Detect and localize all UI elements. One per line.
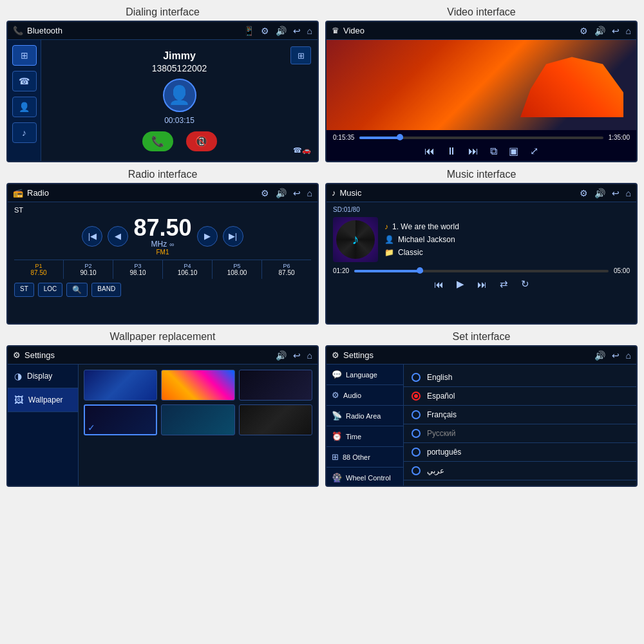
loc-btn[interactable]: LOC — [38, 283, 63, 297]
set-time-item[interactable]: ⏰ Time — [327, 426, 403, 447]
track-artist-row: 👤 Michael Jackson — [384, 235, 459, 244]
nav-music-btn[interactable]: ♪ — [12, 122, 37, 143]
lang-english[interactable]: English — [404, 368, 636, 387]
lang-espanol[interactable]: Español — [404, 387, 636, 406]
lang-espanol-radio — [412, 392, 421, 401]
freq-next-btn[interactable]: ▶ — [197, 226, 218, 247]
video-pause-btn[interactable]: ⏸ — [446, 146, 457, 157]
lang-arabic[interactable]: عربي — [404, 462, 636, 480]
set-audio-item[interactable]: ⚙ Audio — [327, 385, 403, 406]
preset-6[interactable]: P6 87.50 — [262, 260, 311, 279]
video-skip-fwd-btn[interactable]: ⏭ — [468, 146, 478, 157]
lang-portuguese[interactable]: português — [404, 443, 636, 462]
wallpaper-back-icon[interactable]: ↩ — [293, 350, 301, 361]
preset-3[interactable]: P3 98.10 — [113, 260, 163, 279]
music-next-btn[interactable]: ⏭ — [477, 279, 487, 290]
wallpaper-thumb-5[interactable] — [161, 404, 234, 435]
nav-grid-btn[interactable]: ⊞ — [12, 45, 37, 66]
set-other-item[interactable]: ⊞ 88 Other — [327, 447, 403, 468]
music-progress-bar[interactable] — [354, 270, 609, 272]
freq-number: 87.50 — [133, 216, 191, 240]
video-equalizer-icon[interactable]: ⚙ — [580, 26, 588, 36]
video-progress-bar[interactable] — [359, 137, 603, 139]
video-label: Video interface — [325, 6, 638, 18]
video-skip-back-btn[interactable]: ⏮ — [424, 146, 435, 157]
st-btn[interactable]: ST — [14, 283, 34, 297]
music-play-btn[interactable]: ▶ — [457, 278, 464, 290]
preset-1[interactable]: P1 87.50 — [14, 260, 64, 279]
vinyl-record: ♪ — [336, 220, 375, 259]
music-equalizer-icon[interactable]: ⚙ — [580, 188, 588, 198]
music-back-icon[interactable]: ↩ — [612, 188, 620, 198]
video-app-label: ♛ Video — [332, 26, 365, 35]
phone-icon: 📞 — [13, 26, 23, 35]
radio-back-icon[interactable]: ↩ — [293, 188, 301, 198]
set-app-label: ⚙ Settings — [332, 350, 374, 360]
other-icon: ⊞ — [332, 452, 339, 462]
set-main: English Español Français Русский — [404, 365, 636, 486]
end-call-btn[interactable]: 📵 — [186, 131, 217, 151]
set-home-icon[interactable]: ⌂ — [626, 350, 631, 361]
preset-2[interactable]: P2 90.10 — [64, 260, 113, 279]
radio-label: Radio interface — [6, 169, 319, 180]
wallpaper-home-icon[interactable]: ⌂ — [307, 350, 312, 361]
search-btn[interactable]: 🔍 — [66, 283, 88, 297]
set-language-item[interactable]: 💬 Language — [327, 365, 403, 385]
wallpaper-thumb-1[interactable] — [84, 370, 157, 401]
radio-equalizer-icon[interactable]: ⚙ — [261, 188, 269, 198]
music-shuffle-btn[interactable]: ⇄ — [500, 278, 508, 290]
wallpaper-app-label: ⚙ Settings — [13, 350, 55, 360]
radio-volume-icon[interactable]: 🔊 — [276, 188, 287, 198]
crown-icon: ♛ — [332, 26, 339, 35]
music-prev-btn[interactable]: ⏮ — [434, 279, 444, 290]
music-app-label: ♪ Music — [332, 188, 361, 198]
album-art: ♪ — [333, 217, 378, 262]
wallpaper-thumb-3[interactable] — [239, 370, 312, 401]
keypad-btn[interactable]: ⊞ — [290, 46, 311, 64]
radio-home-icon[interactable]: ⌂ — [307, 188, 312, 198]
music-progress-fill — [354, 270, 423, 272]
back-icon[interactable]: ↩ — [293, 26, 301, 36]
track-folder-icon: 📁 — [384, 248, 394, 257]
music-progress-row: 01:20 05:00 — [333, 267, 630, 274]
accept-call-btn[interactable]: 📞 — [142, 131, 173, 151]
home-icon[interactable]: ⌂ — [307, 26, 312, 36]
video-volume-icon[interactable]: 🔊 — [594, 26, 605, 36]
lang-russian[interactable]: Русский — [404, 424, 636, 443]
equalizer-icon[interactable]: ⚙ — [261, 26, 269, 36]
video-repeat-btn[interactable]: ⧉ — [490, 146, 497, 157]
music-repeat-btn[interactable]: ↻ — [521, 278, 529, 290]
radio-screen: 📻 Radio ⚙ 🔊 ↩ ⌂ ST |◀ ◀ 87.50 — [6, 183, 319, 325]
nav-phone-btn[interactable]: ☎ — [12, 71, 37, 91]
video-home-icon[interactable]: ⌂ — [626, 26, 631, 36]
video-screen-btn[interactable]: ⤢ — [530, 145, 538, 157]
set-wheel-item[interactable]: 🎡 Wheel Control — [327, 468, 403, 487]
band-btn[interactable]: BAND — [91, 283, 121, 297]
lang-francais[interactable]: Français — [404, 406, 636, 424]
music-screen: ♪ Music ⚙ 🔊 ↩ ⌂ SD:01/80 ♪ — [325, 183, 638, 325]
preset-5[interactable]: P5 108.00 — [213, 260, 262, 279]
set-volume-icon[interactable]: 🔊 — [594, 350, 605, 361]
wallpaper-thumb-6[interactable] — [239, 404, 312, 435]
freq-prev-prev-btn[interactable]: |◀ — [82, 226, 102, 247]
set-radio-area-item[interactable]: 📡 Radio Area — [327, 406, 403, 426]
wallpaper-thumb-4[interactable]: ✓ — [84, 404, 157, 435]
call-icon[interactable]: 📱 — [243, 26, 254, 36]
display-menu-item[interactable]: ◑ Display — [8, 365, 78, 388]
music-volume-icon[interactable]: 🔊 — [594, 188, 605, 198]
volume-icon[interactable]: 🔊 — [276, 26, 287, 36]
music-buttons: ⏮ ▶ ⏭ ⇄ ↻ — [333, 278, 630, 290]
video-subtitle-btn[interactable]: ▣ — [509, 145, 518, 157]
freq-prev-btn[interactable]: ◀ — [108, 226, 128, 247]
wallpaper-menu-item[interactable]: 🖼 Wallpaper — [8, 388, 78, 412]
set-back-icon[interactable]: ↩ — [612, 350, 620, 361]
wallpaper-thumb-2[interactable] — [161, 370, 234, 401]
nav-contact-btn[interactable]: 👤 — [12, 97, 37, 117]
preset-4[interactable]: P4 106.10 — [163, 260, 213, 279]
wallpaper-label: Wallpaper replacement — [6, 331, 319, 343]
freq-next-next-btn[interactable]: ▶| — [223, 226, 243, 247]
music-home-icon[interactable]: ⌂ — [626, 188, 631, 198]
video-back-icon[interactable]: ↩ — [612, 26, 620, 36]
wallpaper-volume-icon[interactable]: 🔊 — [276, 350, 287, 361]
set-topbar: ⚙ Settings 🔊 ↩ ⌂ — [327, 346, 636, 365]
